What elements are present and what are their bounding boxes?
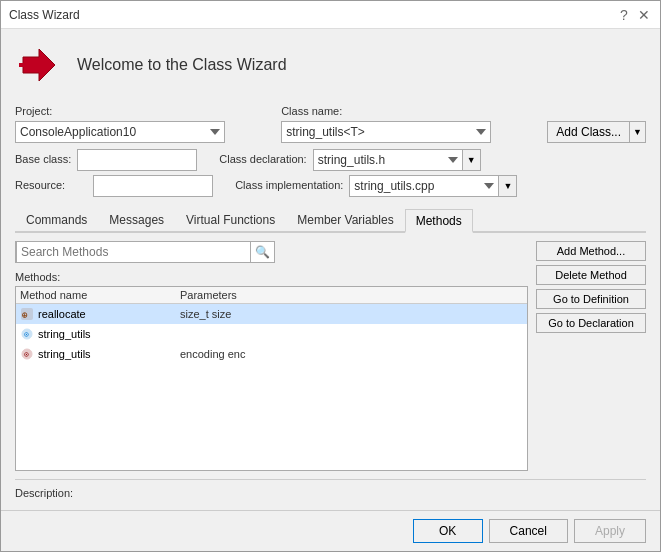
title-bar-left: Class Wizard [9, 8, 80, 22]
svg-text:⊙: ⊙ [24, 330, 29, 339]
class-declaration-dropdown[interactable]: ▼ [463, 149, 481, 171]
resource-input[interactable] [93, 175, 213, 197]
header-title: Welcome to the Class Wizard [77, 56, 287, 74]
search-box: 🔍 [15, 241, 275, 263]
go-to-declaration-button[interactable]: Go to Declaration [536, 313, 646, 333]
header-section: Welcome to the Class Wizard [15, 41, 646, 89]
title-bar: Class Wizard ? ✕ [1, 1, 660, 29]
project-group: Project: ConsoleApplication10 [15, 105, 269, 143]
classname-label: Class name: [281, 105, 535, 117]
dialog-footer: OK Cancel Apply [1, 510, 660, 551]
search-input[interactable] [16, 241, 251, 263]
methods-table: Method name Parameters ⊕ re [15, 286, 528, 471]
method-icon-constructor: ⊙ [20, 327, 34, 341]
base-class-label: Base class: [15, 153, 71, 165]
tab-commands[interactable]: Commands [15, 209, 98, 231]
classname-group: Class name: string_utils<T> [281, 105, 535, 143]
class-implementation-group: string_utils.cpp ▼ [349, 175, 517, 197]
add-class-btn-group: Add Class... ▼ [547, 121, 646, 143]
wizard-icon [15, 41, 63, 89]
left-panel: 🔍 Methods: Method name Parameters [15, 241, 528, 471]
tab-member-variables[interactable]: Member Variables [286, 209, 404, 231]
help-button[interactable]: ? [616, 7, 632, 23]
add-class-dropdown[interactable]: ▼ [630, 121, 646, 143]
class-implementation-dropdown[interactable]: ▼ [499, 175, 517, 197]
method-cell: ⊕ reallocate [20, 307, 180, 321]
method-name: reallocate [38, 308, 86, 320]
params-cell: encoding enc [180, 348, 523, 360]
svg-rect-2 [19, 63, 35, 67]
method-cell: ⊙ string_utils [20, 347, 180, 361]
method-name: string_utils [38, 328, 91, 340]
method-cell: ⊙ string_utils [20, 327, 180, 341]
methods-label: Methods: [15, 271, 528, 283]
tabs-bar: Commands Messages Virtual Functions Memb… [15, 209, 646, 233]
method-icon-reallocate: ⊕ [20, 307, 34, 321]
tab-messages[interactable]: Messages [98, 209, 175, 231]
add-class-button[interactable]: Add Class... [547, 121, 630, 143]
top-form: Project: ConsoleApplication10 Class name… [15, 103, 646, 201]
dialog-body: Welcome to the Class Wizard Project: Con… [1, 29, 660, 510]
class-wizard-dialog: Class Wizard ? ✕ Welcome to the Class Wi… [0, 0, 661, 552]
table-row[interactable]: ⊕ reallocate size_t size [16, 304, 527, 324]
svg-text:⊕: ⊕ [22, 310, 28, 320]
class-declaration-label: Class declaration: [219, 153, 306, 165]
delete-method-button[interactable]: Delete Method [536, 265, 646, 285]
base-class-input[interactable] [77, 149, 197, 171]
close-button[interactable]: ✕ [636, 7, 652, 23]
method-name: string_utils [38, 348, 91, 360]
table-header: Method name Parameters [16, 287, 527, 304]
class-declaration-select[interactable]: string_utils.h [313, 149, 463, 171]
svg-text:⊙: ⊙ [24, 350, 29, 359]
add-method-button[interactable]: Add Method... [536, 241, 646, 261]
main-content: 🔍 Methods: Method name Parameters [15, 241, 646, 471]
project-select[interactable]: ConsoleApplication10 [15, 121, 225, 143]
project-label: Project: [15, 105, 269, 117]
table-row[interactable]: ⊙ string_utils encoding enc [16, 344, 527, 364]
description-section: Description: [15, 479, 646, 500]
apply-button[interactable]: Apply [574, 519, 646, 543]
class-implementation-select[interactable]: string_utils.cpp [349, 175, 499, 197]
tab-virtual-functions[interactable]: Virtual Functions [175, 209, 286, 231]
column-method-name: Method name [20, 289, 180, 301]
class-declaration-group: string_utils.h ▼ [313, 149, 481, 171]
dialog-title: Class Wizard [9, 8, 80, 22]
right-panel: Add Method... Delete Method Go to Defini… [536, 241, 646, 471]
title-bar-controls: ? ✕ [616, 7, 652, 23]
cancel-button[interactable]: Cancel [489, 519, 568, 543]
column-params: Parameters [180, 289, 523, 301]
go-to-definition-button[interactable]: Go to Definition [536, 289, 646, 309]
params-cell: size_t size [180, 308, 523, 320]
classname-select[interactable]: string_utils<T> [281, 121, 491, 143]
ok-button[interactable]: OK [413, 519, 483, 543]
table-row[interactable]: ⊙ string_utils [16, 324, 527, 344]
description-label: Description: [15, 487, 73, 499]
resource-label: Resource: [15, 179, 65, 191]
search-icon: 🔍 [251, 245, 274, 259]
method-icon-destructor: ⊙ [20, 347, 34, 361]
tab-methods[interactable]: Methods [405, 209, 473, 233]
class-implementation-label: Class implementation: [235, 179, 343, 191]
